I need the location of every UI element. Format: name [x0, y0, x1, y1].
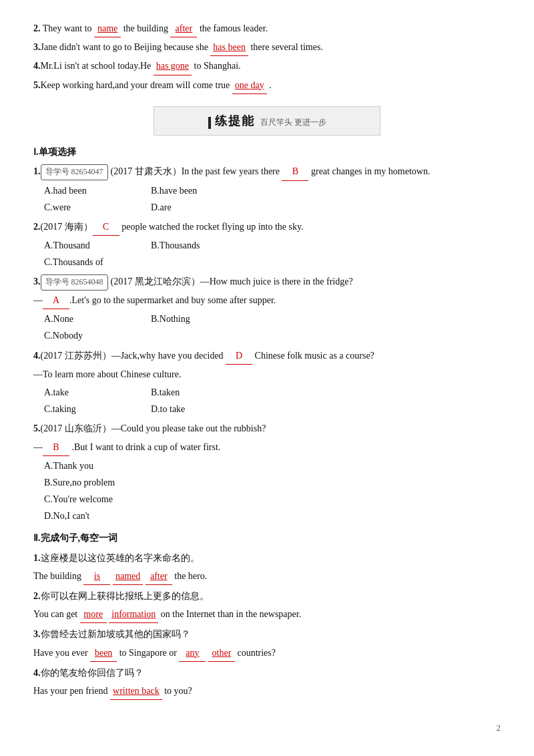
q4-optC: C.taking: [44, 401, 138, 417]
section-banner: 练提能百尺竿头 更进一步: [154, 106, 380, 136]
guid-3: 导学号 82654048: [41, 274, 108, 291]
q1-options: A.had been B.have been: [44, 182, 501, 199]
q2-optB: B.Thousands: [151, 237, 244, 254]
q3-optA: A.None: [44, 311, 138, 327]
q4-options: A.take B.taken: [44, 384, 501, 401]
q5-optD-row: D.No,I can't: [44, 508, 501, 524]
q5-optC-row: C.You're welcome: [44, 491, 501, 508]
q3-answer: A: [43, 292, 69, 309]
fill2-blank2: information: [109, 606, 158, 623]
q1-optD: D.are: [151, 199, 244, 216]
q4-optA: A.take: [44, 384, 138, 401]
top-sentences: 2. They want to name the building after …: [33, 20, 501, 94]
fill-q2: 2.你可以在网上获得比报纸上更多的信息。 You can get more in…: [33, 588, 501, 623]
q2-options: A.Thousand B.Thousands: [44, 237, 501, 254]
q5-optB: B.Sure,no problem: [44, 474, 138, 491]
blank-one-day: one day: [232, 77, 267, 94]
q3-options: A.None B.Nothing: [44, 311, 501, 327]
fill-q4: 4.你的笔友给你回信了吗？ Has your pen friend writte…: [33, 665, 501, 700]
sentence-4: 4.Mr.Li isn't at school today.He has gon…: [33, 57, 501, 75]
fill-q1: 1.这座楼是以这位英雄的名字来命名的。 The building is name…: [33, 550, 501, 585]
fill3-blank-been: been: [90, 644, 117, 662]
fill1-blank1: is: [83, 568, 110, 585]
q5-optB-row: B.Sure,no problem: [44, 474, 501, 491]
banner-main-title: 练提能: [215, 114, 255, 128]
fill3-blank-other: other: [208, 644, 235, 662]
part2-title: Ⅱ.完成句子,每空一词: [33, 530, 501, 546]
q4-optB: B.taken: [151, 384, 244, 401]
q5-optC: C.You're welcome: [44, 491, 138, 508]
q1-answer: B: [282, 163, 308, 180]
banner-bar: [208, 117, 211, 129]
fill1-blank2: named: [113, 568, 143, 585]
q2-answer: C: [93, 218, 119, 236]
page-number: 2: [33, 720, 501, 735]
q3-options2: C.Nobody: [44, 327, 501, 344]
banner-sub-title: 百尺竿头 更进一步: [260, 118, 326, 127]
sentence-2-num: 2.: [33, 23, 41, 33]
question-1: 1.导学号 82654047(2017 甘肃天水）In the past few…: [33, 163, 501, 216]
question-4: 4.(2017 江苏苏州）—Jack,why have you decided …: [33, 347, 501, 418]
q5-optA: A.Thank you: [44, 457, 138, 474]
q5-options: A.Thank you: [44, 457, 501, 474]
fill1-blank3: after: [146, 568, 172, 585]
question-5: 5.(2017 山东临沂）—Could you please take out …: [33, 420, 501, 524]
q2-options2: C.Thousands of: [44, 254, 501, 270]
blank-after: after: [170, 20, 197, 37]
q1-optC: C.were: [44, 199, 138, 216]
q3-optB: B.Nothing: [151, 311, 244, 327]
question-2: 2.(2017 海南）C people watched the rocket f…: [33, 218, 501, 271]
q4-options2: C.taking D.to take: [44, 401, 501, 417]
q1-optA: A.had been: [44, 182, 138, 199]
q1-optB: B.have been: [151, 182, 244, 199]
q2-optC: C.Thousands of: [44, 254, 138, 270]
q3-optC: C.Nobody: [44, 327, 138, 344]
q1-options2: C.were D.are: [44, 199, 501, 216]
q2-optA: A.Thousand: [44, 237, 138, 254]
fill3-blank-any: any: [179, 644, 206, 662]
blank-has-gone: has gone: [154, 57, 192, 75]
q5-answer: B: [43, 439, 69, 456]
q4-answer: D: [226, 347, 252, 365]
fill-q3: 3.你曾经去过新加坡或其他的国家吗？ Have you ever been to…: [33, 626, 501, 661]
blank-has-been: has been: [210, 39, 248, 56]
fill4-blank: written back: [110, 683, 162, 700]
sentence-3: 3.Jane didn't want to go to Beijing beca…: [33, 39, 501, 56]
q5-optD: D.No,I can't: [44, 508, 138, 524]
sentence-2: 2. They want to name the building after …: [33, 20, 501, 37]
blank-name: name: [94, 20, 121, 37]
part1: Ⅰ.单项选择 1.导学号 82654047(2017 甘肃天水）In the p…: [33, 144, 501, 524]
sentence-5: 5.Keep working hard,and your dream will …: [33, 77, 501, 94]
q4-optD: D.to take: [151, 401, 244, 417]
question-3: 3.导学号 82654048(2017 黑龙江哈尔滨）—How much jui…: [33, 273, 501, 344]
part1-title: Ⅰ.单项选择: [33, 144, 501, 160]
part2: Ⅱ.完成句子,每空一词 1.这座楼是以这位英雄的名字来命名的。 The buil…: [33, 530, 501, 700]
fill2-blank1: more: [80, 606, 107, 623]
guid-1: 导学号 82654047: [41, 164, 108, 180]
